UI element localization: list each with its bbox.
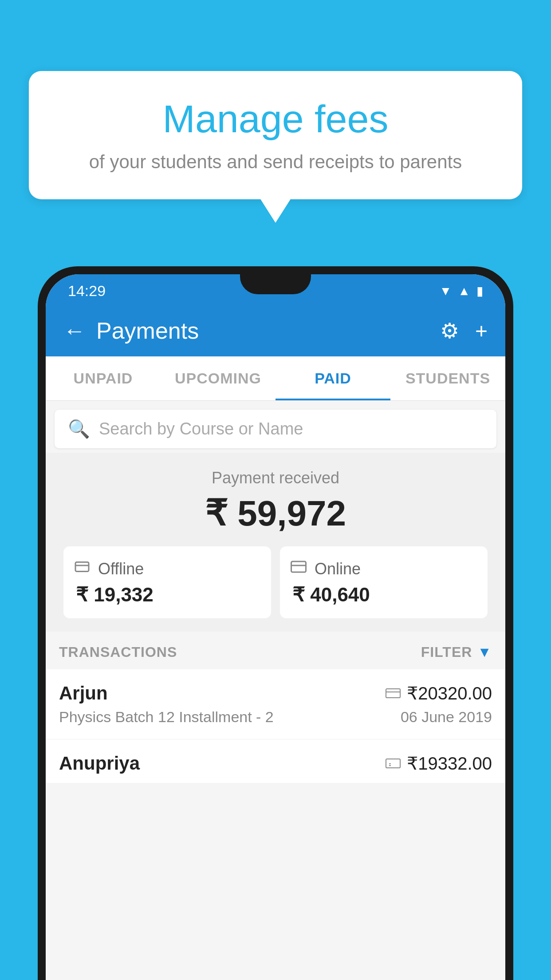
- search-bar[interactable]: 🔍 Search by Course or Name: [55, 410, 496, 448]
- search-icon: 🔍: [68, 419, 90, 439]
- offline-type-label: Offline: [98, 560, 144, 578]
- status-time: 14:29: [68, 282, 106, 300]
- wifi-icon: ▼: [440, 284, 452, 298]
- bubble-title: Manage fees: [64, 98, 487, 141]
- transaction-row-partial[interactable]: Anupriya ₹19332.00: [46, 739, 505, 783]
- status-icons: ▼ ▲ ▮: [440, 284, 483, 298]
- add-icon[interactable]: +: [475, 319, 488, 343]
- battery-icon: ▮: [476, 284, 483, 298]
- app-bar: ← Payments ⚙ +: [46, 305, 505, 356]
- online-icon: [291, 559, 307, 579]
- tab-unpaid[interactable]: UNPAID: [46, 356, 161, 400]
- transaction-bottom: Physics Batch 12 Installment - 2 06 June…: [59, 708, 492, 726]
- app-bar-actions: ⚙ +: [440, 318, 488, 343]
- phone-notch: [240, 274, 311, 294]
- speech-bubble: Manage fees of your students and send re…: [29, 71, 522, 199]
- speech-bubble-tail: [260, 198, 291, 223]
- page-title: Payments: [96, 317, 199, 344]
- offline-payment-card: Offline ₹ 19,332: [63, 546, 271, 618]
- online-amount: ₹ 40,640: [291, 583, 370, 606]
- phone-frame: 14:29 ▼ ▲ ▮ ← Payments ⚙ + UNPAID: [38, 266, 513, 980]
- transaction-row[interactable]: Arjun ₹20320.00 Physics Batch 12 Install…: [46, 669, 505, 739]
- filter-label: FILTER: [421, 644, 472, 660]
- online-card-top: Online: [291, 559, 361, 579]
- transaction-payment-icon: [386, 685, 401, 702]
- search-placeholder-text: Search by Course or Name: [99, 419, 303, 439]
- payment-summary: Payment received ₹ 59,972 Offline ₹ 19,3…: [46, 453, 505, 632]
- speech-bubble-section: Manage fees of your students and send re…: [29, 71, 522, 223]
- transaction-amount: ₹20320.00: [407, 683, 492, 703]
- tabs-bar: UNPAID UPCOMING PAID STUDENTS: [46, 356, 505, 401]
- phone-screen: 14:29 ▼ ▲ ▮ ← Payments ⚙ + UNPAID: [46, 274, 505, 980]
- offline-card-top: Offline: [74, 559, 144, 579]
- partial-amount-wrap: ₹19332.00: [386, 753, 492, 774]
- partial-transaction-amount: ₹19332.00: [407, 753, 492, 774]
- transaction-name: Arjun: [59, 683, 108, 704]
- payment-received-label: Payment received: [63, 469, 488, 487]
- filter-icon: ▼: [477, 644, 492, 660]
- settings-icon[interactable]: ⚙: [440, 318, 459, 343]
- online-type-label: Online: [315, 560, 361, 578]
- online-payment-card: Online ₹ 40,640: [280, 546, 488, 618]
- transactions-header: TRANSACTIONS FILTER ▼: [46, 632, 505, 669]
- payment-cards: Offline ₹ 19,332 Online ₹ 4: [63, 546, 488, 618]
- partial-payment-icon: [386, 755, 401, 772]
- partial-transaction-name: Anupriya: [59, 753, 140, 774]
- transaction-top: Arjun ₹20320.00: [59, 683, 492, 704]
- app-bar-left: ← Payments: [63, 317, 199, 344]
- transactions-label: TRANSACTIONS: [59, 644, 177, 660]
- svg-rect-6: [386, 759, 400, 768]
- partial-top: Anupriya ₹19332.00: [59, 753, 492, 774]
- tab-upcoming[interactable]: UPCOMING: [161, 356, 276, 400]
- back-button[interactable]: ←: [63, 320, 86, 342]
- offline-amount: ₹ 19,332: [74, 583, 153, 606]
- svg-rect-0: [75, 562, 89, 572]
- svg-rect-2: [291, 561, 306, 572]
- filter-button[interactable]: FILTER ▼: [421, 644, 492, 660]
- transaction-course: Physics Batch 12 Installment - 2: [59, 708, 274, 726]
- offline-icon: [74, 559, 90, 579]
- tab-students[interactable]: STUDENTS: [390, 356, 505, 400]
- tab-paid[interactable]: PAID: [276, 356, 390, 400]
- transaction-amount-wrap: ₹20320.00: [386, 683, 492, 703]
- bubble-subtitle: of your students and send receipts to pa…: [64, 151, 487, 173]
- payment-total-amount: ₹ 59,972: [63, 493, 488, 534]
- signal-icon: ▲: [458, 284, 470, 298]
- transaction-date: 06 June 2019: [401, 708, 492, 726]
- svg-rect-4: [386, 689, 400, 698]
